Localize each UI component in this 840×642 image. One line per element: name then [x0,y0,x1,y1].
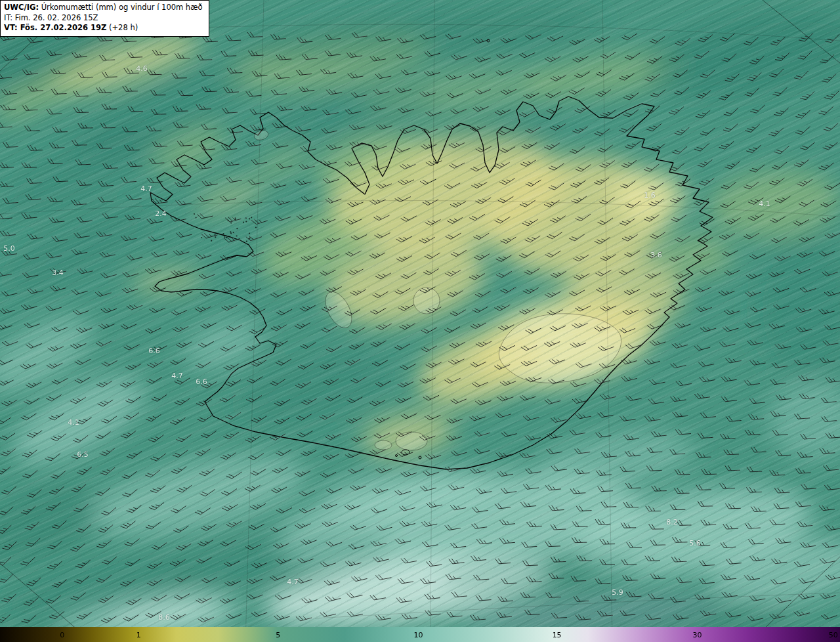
contour-label: 4.7 [287,578,299,586]
contour-label: 4.1 [68,418,79,427]
map-title: Úrkomumætti (mm) og vindur í 100m hæð [41,3,203,12]
contour-label: 8.2 [666,518,678,526]
contour-label: 6.5 [77,450,89,459]
valid-time-suffix: (+28 h) [106,23,138,32]
map-title-line: UWC/IG: Úrkomumætti (mm) og vindur í 100… [4,3,203,13]
colorbar-tick: 1 [136,631,141,639]
contour-label: 4.1 [759,200,770,208]
contour-label: 6.6 [148,347,160,355]
contour-label: 5.9 [612,588,623,597]
contour-label: 6.6 [196,377,207,386]
init-time: IT: Fim. 26. 02. 2026 15Z [4,13,203,24]
weather-map: 4.64.72.45.03.46.64.76.64.16.51.63.64.18… [0,0,840,642]
colorbar-tick: 50 [829,631,838,639]
contour-label: 3.6 [650,251,662,259]
map-title-box: UWC/IG: Úrkomumætti (mm) og vindur í 100… [0,0,209,37]
contour-label: 4.6 [136,64,148,73]
colorbar-tick: 10 [413,631,423,639]
colorbar: 01510153050 [0,627,840,642]
model-label: UWC/IG: [4,3,39,12]
contour-label: 5.0 [3,244,15,253]
contour-label: 1.6 [644,191,656,200]
contour-label: 8.6 [158,613,170,622]
valid-time: VT: Fös. 27.02.2026 19Z (+28 h) [4,23,203,33]
contour-label: 5.6 [689,539,701,547]
contour-labels-layer: 4.64.72.45.03.46.64.76.64.16.51.63.64.18… [0,0,840,642]
colorbar-tick: 30 [692,631,702,639]
contour-label: 3.4 [52,268,64,277]
colorbar-tick: 15 [553,631,562,639]
contour-label: 4.7 [171,372,183,380]
contour-label: 4.7 [140,184,152,193]
colorbar-tick: 5 [276,631,280,639]
valid-time-main: VT: Fös. 27.02.2026 19Z [4,23,106,32]
colorbar-tick: 0 [60,631,64,639]
colorbar-ticks: 01510153050 [0,627,840,642]
contour-label: 2.4 [155,209,167,218]
